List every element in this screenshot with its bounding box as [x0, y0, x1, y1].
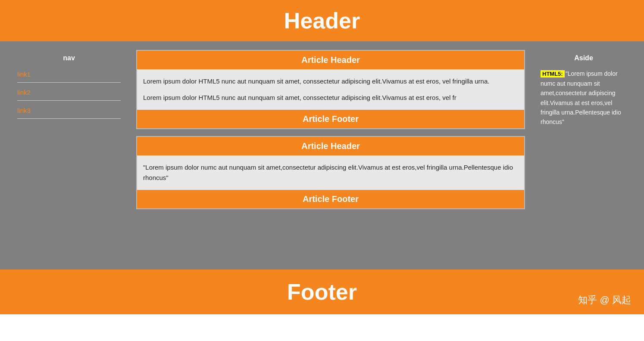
article-1-para-2: Lorem ipsum dolor HTML5 nunc aut nunquam…	[143, 93, 518, 103]
article-1-header-bar: Article Header	[137, 51, 524, 69]
footer-title: Footer	[0, 279, 644, 305]
article-2-footer-label: Article Footer	[303, 194, 359, 204]
aside-content: HTML5:"Lorem ipsum dolor numc aut nunqua…	[541, 69, 627, 127]
nav-title: nav	[17, 54, 121, 62]
article-2-header-label: Article Header	[301, 141, 360, 151]
articles-section: Article Header Lorem ipsum dolor HTML5 n…	[129, 50, 532, 261]
watermark: 知乎 @ 风起	[578, 294, 631, 307]
article-1-footer-bar: Article Footer	[137, 110, 524, 128]
article-1-para-1: Lorem ipsum dolor HTML5 nunc aut nunquam…	[143, 76, 518, 87]
aside-title: Aside	[541, 54, 627, 62]
nav-divider-1	[17, 82, 121, 83]
article-2-footer-bar: Article Footer	[137, 190, 524, 208]
page-footer: Footer 知乎 @ 风起	[0, 270, 644, 314]
nav-divider-3	[17, 118, 121, 119]
nav-link-1[interactable]: link1	[17, 71, 121, 78]
article-1: Article Header Lorem ipsum dolor HTML5 n…	[136, 50, 525, 129]
article-2-content: "Lorem ipsum dolor numc aut nunquam sit …	[137, 155, 524, 190]
article-2: Article Header "Lorem ipsum dolor numc a…	[136, 136, 525, 209]
article-1-header-label: Article Header	[301, 55, 360, 65]
page-header: Header	[0, 0, 644, 41]
article-1-content: Lorem ipsum dolor HTML5 nunc aut nunquam…	[137, 69, 524, 110]
nav-divider-2	[17, 100, 121, 101]
nav-link-2[interactable]: link2	[17, 89, 121, 96]
main-body: nav link1 link2 link3 Article Header Lor…	[0, 41, 644, 270]
nav-section: nav link1 link2 link3	[9, 50, 129, 261]
header-title: Header	[0, 8, 644, 34]
aside-section: Aside HTML5:"Lorem ipsum dolor numc aut …	[532, 50, 635, 261]
article-2-header-bar: Article Header	[137, 137, 524, 155]
article-2-para-1: "Lorem ipsum dolor numc aut nunquam sit …	[143, 162, 518, 183]
html5-badge: HTML5:	[541, 70, 565, 78]
aside-text: "Lorem ipsum dolor numc aut nunquam sit …	[541, 70, 621, 125]
article-1-footer-label: Article Footer	[303, 114, 359, 124]
nav-link-3[interactable]: link3	[17, 107, 121, 114]
